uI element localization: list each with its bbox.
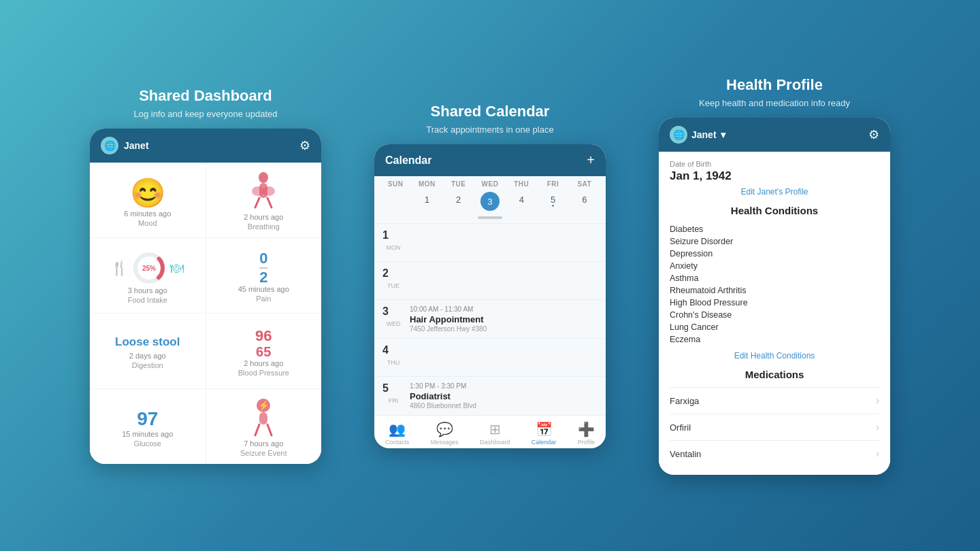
med-farxiga-name: Farxiga xyxy=(670,396,699,406)
date-5[interactable]: 5 xyxy=(537,192,568,212)
calendar-phone: Calendar + SUN MON TUE WED THU FRI SAT 1… xyxy=(374,144,606,448)
glucose-cell[interactable]: 97 15 minutes ago Glucose xyxy=(90,389,206,464)
svg-text:25%: 25% xyxy=(142,265,156,272)
weekday-mon: MON xyxy=(411,180,442,188)
breathing-cell[interactable]: 2 hours ago Breathing xyxy=(206,163,322,237)
mood-icon: 😊 xyxy=(130,176,165,210)
health-body: Date of Birth Jan 1, 1942 Edit Janet's P… xyxy=(659,152,890,475)
dashboard-phone: 🌐 Janet ⚙ 😊 6 minutes ago Mood xyxy=(90,129,321,464)
glucose-value: 97 xyxy=(137,408,158,430)
edit-profile-link[interactable]: Edit Janet's Profile xyxy=(670,187,879,197)
health-user-name: Janet xyxy=(691,129,717,140)
event-pod-time: 1:30 PM - 3:30 PM xyxy=(410,382,598,390)
health-gear-icon[interactable]: ⚙ xyxy=(868,127,879,142)
svg-line-12 xyxy=(255,424,259,435)
food-cell[interactable]: 🍴 25% 🍽 3 hours ago Food Intake xyxy=(90,238,206,313)
date-4[interactable]: 4 xyxy=(506,192,537,212)
bottom-nav: 👥 Contacts 💬 Messages ⊞ Dashboard 📅 Cale… xyxy=(374,415,606,448)
nav-calendar[interactable]: 📅 Calendar xyxy=(532,421,557,446)
dashboard-header: 🌐 Janet ⚙ xyxy=(90,129,321,163)
calendar-header: Calendar + xyxy=(374,144,606,176)
condition-depression: Depression xyxy=(670,248,879,260)
mood-time: 6 minutes ago xyxy=(124,210,171,218)
event-hair-time: 10:00 AM - 11:30 AM xyxy=(410,305,598,313)
nav-profile[interactable]: ➕ Profile xyxy=(578,421,595,446)
fork-icon: 🍴 xyxy=(111,260,128,276)
empty-date xyxy=(380,192,411,212)
ventalin-chevron: › xyxy=(876,448,879,460)
day-label-4: 4 THU xyxy=(382,344,404,366)
bp-cell[interactable]: 96 65 2 hours ago Blood Pressure xyxy=(206,314,322,388)
add-event-button[interactable]: + xyxy=(587,152,595,168)
edit-conditions-link[interactable]: Edit Health Conditions xyxy=(670,351,879,361)
nav-calendar-label: Calendar xyxy=(532,439,557,446)
nav-messages-label: Messages xyxy=(431,439,459,446)
condition-diabetes: Diabetes xyxy=(670,223,879,235)
digestion-time: 2 days ago xyxy=(129,352,166,360)
svg-line-4 xyxy=(255,198,259,207)
med-ventalin[interactable]: Ventalin › xyxy=(670,440,879,467)
pain-label: Pain xyxy=(256,295,271,303)
orfiril-chevron: › xyxy=(876,421,879,433)
dashboard-icon: ⊞ xyxy=(489,421,501,437)
weekday-thu: THU xyxy=(506,180,537,188)
condition-crohns: Crohn's Disease xyxy=(670,309,879,321)
seizure-icon: ⚡ xyxy=(247,399,280,439)
bp-systolic: 96 xyxy=(255,328,272,344)
med-farxiga[interactable]: Farxiga › xyxy=(670,387,879,414)
pain-cell[interactable]: 0 2 45 minutes ago Pain xyxy=(206,238,322,313)
weekday-wed: WED xyxy=(474,180,506,188)
nav-profile-label: Profile xyxy=(578,439,595,446)
seizure-cell[interactable]: ⚡ 7 hours ago Seizure Event xyxy=(206,389,322,464)
day-label-2: 2 TUE xyxy=(382,267,404,289)
date-1[interactable]: 1 xyxy=(411,192,442,212)
day-name-5: FRI xyxy=(389,397,399,404)
mood-cell[interactable]: 😊 6 minutes ago Mood xyxy=(90,163,206,237)
avatar: 🌐 xyxy=(101,137,118,154)
day-name-3: WED xyxy=(387,320,401,327)
pain-den: 2 xyxy=(259,269,267,285)
donut-chart: 25% xyxy=(131,250,167,286)
svg-text:⚡: ⚡ xyxy=(258,400,270,412)
bp-diastolic: 65 xyxy=(256,344,271,359)
event-hair-title: Hair Appointment xyxy=(410,314,598,324)
day-num-5: 5 xyxy=(382,382,402,395)
day-row-3[interactable]: 3 WED 10:00 AM - 11:30 AM Hair Appointme… xyxy=(374,299,606,338)
svg-line-13 xyxy=(267,424,272,435)
date-6[interactable]: 6 xyxy=(569,192,600,212)
gear-icon[interactable]: ⚙ xyxy=(299,138,310,153)
day-num-3: 3 xyxy=(382,305,402,318)
day-num-4: 4 xyxy=(382,344,402,356)
day-name-1: MON xyxy=(387,244,401,251)
event-pod-title: Podiatrist xyxy=(410,391,598,401)
pain-time: 45 minutes ago xyxy=(238,285,289,293)
health-panel: Health Profile Keep health and medicatio… xyxy=(642,76,907,475)
date-2[interactable]: 2 xyxy=(443,192,474,212)
day-label-5: 5 FRI xyxy=(382,382,404,404)
dashboard-grid: 😊 6 minutes ago Mood 2 hours ago Breathi… xyxy=(90,163,321,464)
dropdown-icon[interactable]: ▾ xyxy=(721,129,725,140)
breathing-label: Breathing xyxy=(248,222,280,231)
seizure-time: 7 hours ago xyxy=(244,439,283,448)
seizure-label: Seizure Event xyxy=(240,449,287,457)
dashboard-subtitle: Log info and keep everyone updated xyxy=(133,109,277,119)
med-orfiril[interactable]: Orfiril › xyxy=(670,414,879,440)
day-row-5[interactable]: 5 FRI 1:30 PM - 3:30 PM Podiatrist 4860 … xyxy=(374,376,606,415)
event-pod[interactable]: 1:30 PM - 3:30 PM Podiatrist 4860 Bluebo… xyxy=(410,382,598,410)
bp-label: Blood Pressure xyxy=(238,369,289,377)
medications-title: Medications xyxy=(670,369,879,380)
day-name-4: THU xyxy=(387,359,400,366)
condition-seizure: Seizure Disorder xyxy=(670,235,879,248)
bp-fraction: 96 65 xyxy=(255,328,272,359)
loose-stool-text: Loose stool xyxy=(115,335,180,349)
weekday-sun: SUN xyxy=(380,180,411,188)
nav-contacts[interactable]: 👥 Contacts xyxy=(385,421,410,446)
nav-dashboard[interactable]: ⊞ Dashboard xyxy=(480,421,510,446)
date-3-active[interactable]: 3 xyxy=(480,192,500,211)
dashboard-panel: Shared Dashboard Log info and keep every… xyxy=(73,87,338,464)
digestion-cell[interactable]: Loose stool 2 days ago Digestion xyxy=(90,314,206,388)
food-label: Food Intake xyxy=(128,296,167,304)
event-hair[interactable]: 10:00 AM - 11:30 AM Hair Appointment 745… xyxy=(410,305,598,333)
nav-messages[interactable]: 💬 Messages xyxy=(431,421,459,446)
med-orfiril-name: Orfiril xyxy=(670,422,691,433)
